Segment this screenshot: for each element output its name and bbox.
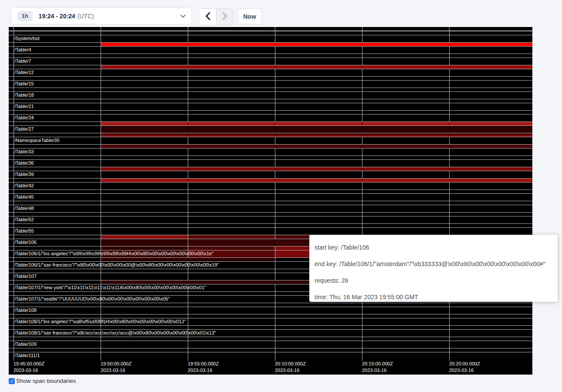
heat-cell[interactable]: [449, 179, 532, 182]
heat-cell[interactable]: [101, 145, 188, 148]
row-label: /System/tsd: [14, 35, 39, 42]
heatmap-row[interactable]: /Table/4: [9, 42, 532, 54]
row-label: /Table/48: [14, 205, 34, 212]
tooltip-time: time: Thu, 16 Mar 2023 19:55:00 GMT: [315, 289, 552, 305]
heatmap-row[interactable]: /Table/15: [9, 76, 532, 88]
x-axis-label: 19:45:00.000Z2023-03-16: [14, 361, 44, 374]
heat-cell[interactable]: [101, 239, 188, 246]
row-label: /Table/18: [14, 92, 34, 98]
heat-cell[interactable]: [362, 179, 449, 182]
heat-cell[interactable]: [275, 167, 362, 171]
heat-cell[interactable]: [362, 167, 449, 171]
heat-cell[interactable]: [188, 235, 275, 239]
heat-cell[interactable]: [188, 258, 275, 261]
heatmap-row[interactable]: /Table/7: [9, 54, 532, 65]
heatmap-row[interactable]: /Table/108/1/"san francisco"/"\x8c\xcc\x…: [9, 325, 532, 337]
heat-cell[interactable]: [362, 126, 449, 133]
heatmap-row[interactable]: /Table/18: [9, 88, 532, 99]
time-nav-group: [199, 8, 234, 25]
key-visualizer-canvas[interactable]: /System/tsd/Table/4/Table/7/Table/12/Tab…: [9, 27, 532, 375]
heat-cell[interactable]: [449, 126, 532, 133]
tooltip-requests: requests: 28: [315, 272, 552, 289]
heat-cell[interactable]: [275, 133, 362, 137]
heat-cell[interactable]: [275, 43, 362, 46]
show-span-boundaries-label: Show span boundaries: [16, 378, 76, 384]
prev-range-button[interactable]: [199, 9, 216, 25]
heatmap-row[interactable]: /Table/52: [9, 212, 532, 223]
heat-cell[interactable]: [188, 65, 275, 69]
heat-cell[interactable]: [188, 43, 275, 46]
x-axis-time: 20:20:00.000Z: [449, 361, 480, 367]
heat-cell[interactable]: [188, 247, 275, 250]
heat-cell[interactable]: [362, 43, 449, 46]
heatmap-row[interactable]: /Table/21: [9, 99, 532, 110]
heat-cell[interactable]: [188, 179, 275, 182]
heat-cell[interactable]: [188, 145, 275, 148]
x-axis-date: 2023-03-16: [14, 367, 44, 374]
row-label: /Table/21: [14, 103, 34, 110]
heat-cell[interactable]: [449, 167, 532, 171]
heatmap-row[interactable]: /Table/45: [9, 189, 532, 201]
heatmap-row[interactable]: /Table/39: [9, 167, 532, 178]
heat-cell[interactable]: [188, 280, 275, 284]
x-axis-time: 19:45:00.000Z: [14, 361, 44, 367]
heat-cell[interactable]: [275, 122, 362, 125]
heatmap-row[interactable]: /Table/12: [9, 65, 532, 76]
heatmap-row[interactable]: /NamespaceTable/30: [9, 133, 532, 144]
heatmap-row[interactable]: /Table/33: [9, 144, 532, 155]
heat-cell[interactable]: [101, 235, 188, 239]
row-label: /Table/33: [14, 149, 34, 155]
heat-cell[interactable]: [275, 126, 362, 133]
heat-cell[interactable]: [188, 122, 275, 125]
heat-cell[interactable]: [188, 239, 275, 246]
heat-cell[interactable]: [101, 280, 188, 284]
row-label: /Table/24: [14, 115, 34, 121]
heat-cell[interactable]: [275, 145, 362, 148]
time-range-select[interactable]: 1h 19:24 - 20:24 (UTC): [11, 7, 192, 24]
heatmap-row[interactable]: /Table/109: [9, 337, 532, 348]
row-label: /Table/111/1: [14, 352, 40, 359]
heatmap-row[interactable]: /Table/108/1/"los angeles"/"\xa8\xf5\u00…: [9, 314, 532, 325]
heatmap-row[interactable]: /Table/111/1: [9, 348, 532, 359]
heatmap-row[interactable]: /System/tsd: [9, 31, 532, 42]
heat-cell[interactable]: [101, 167, 188, 171]
tooltip: start key: /Table/106 end key: /Table/10…: [309, 235, 558, 302]
heatmap-row[interactable]: /Table/27: [9, 122, 532, 133]
heatmap-row[interactable]: /Table/48: [9, 201, 532, 212]
heatmap-top-strip: [9, 27, 532, 31]
now-button[interactable]: Now: [237, 8, 262, 24]
heat-cell[interactable]: [101, 258, 188, 261]
heat-cell[interactable]: [188, 126, 275, 133]
heat-cell[interactable]: [275, 65, 362, 69]
heat-cell[interactable]: [101, 43, 188, 46]
heat-cell[interactable]: [101, 133, 188, 137]
heat-cell[interactable]: [449, 122, 532, 125]
heat-cell[interactable]: [101, 122, 188, 125]
heat-cell[interactable]: [188, 133, 275, 137]
heat-cell[interactable]: [101, 247, 188, 250]
row-label: /Table/42: [14, 182, 34, 189]
heat-cell[interactable]: [275, 179, 362, 182]
heat-cell[interactable]: [101, 126, 188, 133]
heatmap-row[interactable]: /Table/24: [9, 110, 532, 122]
heat-cell[interactable]: [362, 145, 449, 148]
heat-cell[interactable]: [101, 179, 188, 182]
heat-cell[interactable]: [449, 65, 532, 69]
heat-cell[interactable]: [362, 122, 449, 125]
heat-cell[interactable]: [449, 43, 532, 46]
time-range-label: 19:24 - 20:24: [39, 13, 75, 20]
show-span-boundaries-checkbox[interactable]: ✓: [9, 378, 15, 384]
heat-cell[interactable]: [362, 65, 449, 69]
heat-cell[interactable]: [449, 145, 532, 148]
span-boundaries-row: ✓ Show span boundaries: [9, 378, 76, 384]
heat-cell[interactable]: [101, 65, 188, 69]
row-label: /Table/45: [14, 194, 34, 200]
heatmap-row[interactable]: /Table/55: [9, 223, 532, 235]
tooltip-start-key: start key: /Table/106: [315, 239, 552, 256]
heatmap-row[interactable]: /Table/42: [9, 178, 532, 189]
next-range-button[interactable]: [216, 9, 233, 25]
heat-cell[interactable]: [449, 133, 532, 137]
heatmap-row[interactable]: /Table/36: [9, 155, 532, 167]
heat-cell[interactable]: [188, 167, 275, 171]
heat-cell[interactable]: [362, 133, 449, 137]
